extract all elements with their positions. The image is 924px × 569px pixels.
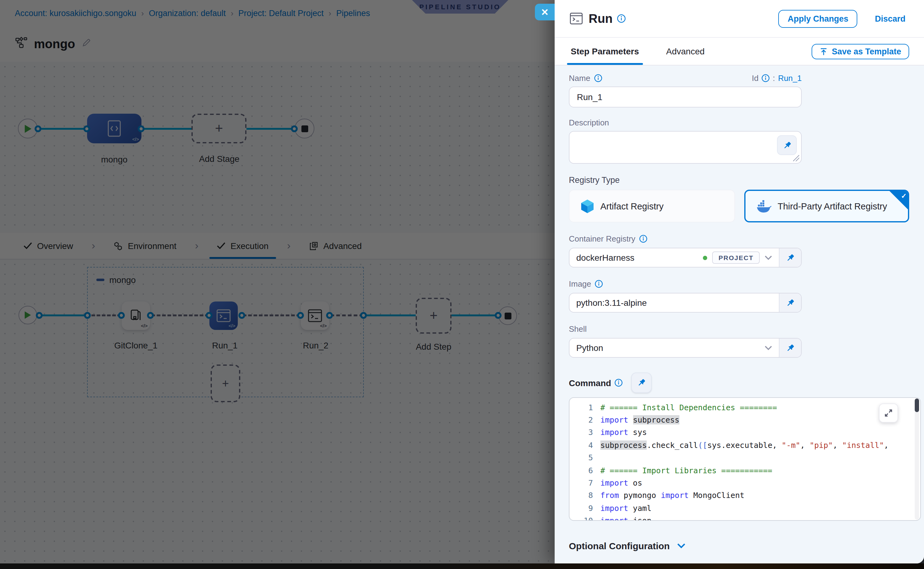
chevron-down-icon xyxy=(677,543,686,549)
terminal-icon xyxy=(570,12,583,25)
pin-input-button[interactable] xyxy=(777,135,797,155)
name-input[interactable]: Run_1 xyxy=(569,87,802,108)
pin-icon xyxy=(786,253,795,262)
bottom-system-bar xyxy=(0,563,924,569)
description-label: Description xyxy=(569,118,909,127)
optional-configuration-toggle[interactable]: Optional Configuration xyxy=(569,540,909,551)
container-registry-label: Container Registry xyxy=(569,234,909,243)
close-panel-button[interactable]: ✕ xyxy=(535,4,555,20)
modal-dim-overlay[interactable] xyxy=(0,0,555,563)
shell-select[interactable]: Python xyxy=(570,339,779,357)
name-label: Name xyxy=(569,73,602,83)
step-parameters-form: Name Id : Run_1 Run_1 Description Regist… xyxy=(555,65,924,563)
connector-status-dot xyxy=(703,256,708,260)
pipeline-studio: Account: kurosakiichigo.songoku› Organiz… xyxy=(0,0,555,563)
registry-option-third-party[interactable]: Third-Party Artifact Registry ✓ xyxy=(744,190,909,222)
command-label: Command xyxy=(569,378,623,388)
pin-input-button[interactable] xyxy=(632,373,652,393)
shell-field: Python xyxy=(569,338,802,358)
scope-badge: PROJECT xyxy=(713,251,760,264)
check-icon: ✓ xyxy=(901,192,907,200)
command-code-lines: 1# ====== Install Dependencies ========2… xyxy=(570,398,920,520)
step-config-panel: Run Apply Changes Discard Step Parameter… xyxy=(555,0,924,563)
info-icon[interactable] xyxy=(639,235,647,243)
screen: Account: kurosakiichigo.songoku› Organiz… xyxy=(0,0,924,569)
pin-input-button[interactable] xyxy=(779,248,801,267)
pin-icon xyxy=(786,343,795,353)
tab-panel-advanced[interactable]: Advanced xyxy=(665,38,706,65)
image-input[interactable]: python:3.11-alpine xyxy=(570,294,779,312)
tab-step-parameters[interactable]: Step Parameters xyxy=(570,38,640,65)
pin-input-button[interactable] xyxy=(779,339,801,357)
apply-changes-button[interactable]: Apply Changes xyxy=(778,9,858,27)
pin-icon xyxy=(637,378,646,387)
info-icon[interactable] xyxy=(761,74,770,82)
editor-scrollbar-thumb[interactable] xyxy=(915,399,919,412)
chevron-down-icon[interactable] xyxy=(764,345,772,350)
container-registry-field: dockerHarness PROJECT xyxy=(569,248,802,268)
container-registry-input[interactable]: dockerHarness PROJECT xyxy=(570,248,779,267)
description-input[interactable] xyxy=(569,131,802,164)
step-id: Id : Run_1 xyxy=(752,73,802,83)
panel-title: Run xyxy=(589,11,613,26)
info-icon[interactable] xyxy=(615,379,623,387)
panel-header: Run Apply Changes Discard xyxy=(555,0,924,38)
expand-icon xyxy=(884,409,892,417)
docker-icon xyxy=(757,200,771,212)
pin-icon xyxy=(786,298,795,307)
image-label: Image xyxy=(569,279,909,289)
expand-editor-button[interactable] xyxy=(879,403,898,423)
discard-button[interactable]: Discard xyxy=(871,13,909,24)
registry-option-artifact[interactable]: Artifact Registry xyxy=(569,190,735,222)
image-field: python:3.11-alpine xyxy=(569,293,802,313)
resize-grip[interactable] xyxy=(793,155,799,161)
command-code-editor[interactable]: 1# ====== Install Dependencies ========2… xyxy=(569,397,921,521)
pin-input-button[interactable] xyxy=(779,294,801,312)
info-icon[interactable] xyxy=(594,74,602,82)
upload-icon xyxy=(819,47,827,55)
editor-scrollbar xyxy=(915,399,919,520)
info-icon[interactable] xyxy=(617,14,626,23)
artifact-registry-icon xyxy=(581,199,594,213)
selected-corner-badge: ✓ xyxy=(889,191,908,210)
pin-icon xyxy=(782,140,792,150)
save-as-template-button[interactable]: Save as Template xyxy=(811,44,909,59)
registry-type-label: Registry Type xyxy=(569,175,909,185)
info-icon[interactable] xyxy=(595,280,603,288)
panel-tabs: Step Parameters Advanced Save as Templat… xyxy=(555,38,924,65)
shell-label: Shell xyxy=(569,324,909,334)
step-id-value[interactable]: Run_1 xyxy=(778,73,802,83)
chevron-down-icon[interactable] xyxy=(764,255,772,260)
